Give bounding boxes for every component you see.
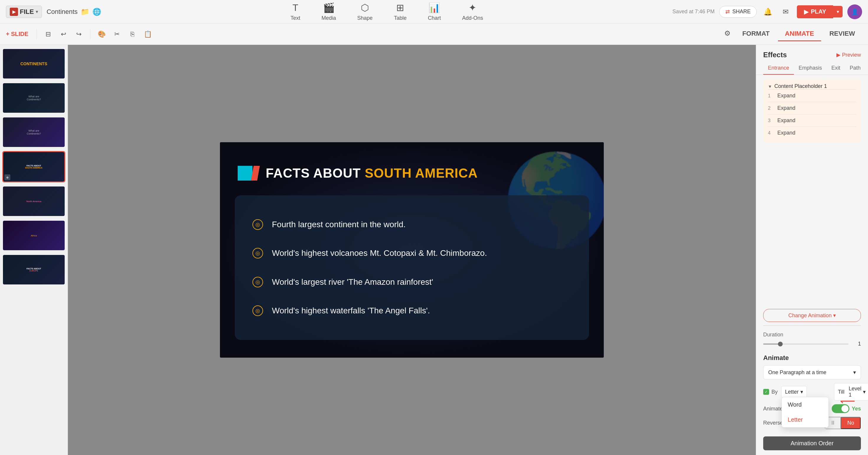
addons-tool[interactable]: ✦ Add-Ons [457, 0, 488, 24]
paste-button[interactable]: 📋 [141, 28, 154, 41]
duration-slider[interactable] [763, 344, 848, 345]
duration-section: Duration 1 [756, 328, 868, 351]
till-select-label: Level 1 [848, 386, 861, 398]
tab-entrance[interactable]: Entrance [763, 62, 794, 75]
effects-title: Effects [763, 51, 787, 59]
fact-text-3: World's largest river 'The Amazon rainfo… [272, 278, 433, 287]
content-placeholder-header[interactable]: ▼ Content Placeholder 1 [768, 83, 856, 89]
popup-item-word[interactable]: Word [782, 397, 829, 412]
fact-text-4: World's highest waterfalls 'The Angel Fa… [272, 306, 430, 316]
anim-num-4: 4 [768, 130, 774, 136]
tab-format[interactable]: FORMAT [735, 27, 776, 41]
fact-item-1: ◎ Fourth largest continent in the world. [252, 219, 571, 230]
folder-icon: 📁 [81, 8, 89, 16]
till-select[interactable]: Till Level 1 ▾ [834, 383, 868, 401]
by-select-arrow: ▾ [800, 389, 803, 395]
slide-thumb-3[interactable]: 3 What areContinents? [2, 117, 65, 148]
user-avatar[interactable]: 👤 [847, 4, 862, 19]
slide-thumb-6[interactable]: 6 Africa [2, 220, 65, 251]
anim-num-3: 3 [768, 118, 774, 123]
anim-item-4: 4 Expand [768, 127, 856, 139]
deco-blue [238, 166, 252, 181]
add-slide-button[interactable]: + SLIDE [6, 31, 28, 37]
by-selected-value: Letter [785, 389, 799, 395]
slide-preview-7: FACTS ABOUTEUROPE [3, 255, 65, 285]
slide-thumb-content-2: What areContinents? [25, 94, 42, 102]
text-icon: T [292, 2, 299, 13]
share-label: SHARE [732, 8, 750, 15]
tab-animate[interactable]: ANIMATE [778, 27, 822, 41]
text-tool[interactable]: T Text [286, 0, 305, 24]
shape-tool[interactable]: ⬡ Shape [352, 0, 377, 24]
secondary-bar: + SLIDE ⊟ ↩ ↪ 🎨 ✂ ⎘ 📋 ⚙ FORMAT ANIMATE R… [0, 24, 868, 45]
divider [763, 325, 861, 326]
tab-exit[interactable]: Exit [827, 62, 845, 75]
animate-dropdown[interactable]: One Paragraph at a time ▾ [763, 365, 861, 380]
by-label: By [771, 389, 778, 395]
logo-button[interactable]: ▶ FILE ▾ [6, 6, 42, 18]
settings-button[interactable]: ⚙ [721, 27, 734, 40]
grid-view-button[interactable]: ⊟ [42, 28, 55, 41]
slide-thumb-2[interactable]: 2 What areContinents? [2, 83, 65, 113]
messages-button[interactable]: ✉ [779, 5, 792, 18]
redo-button[interactable]: ↪ [72, 28, 85, 41]
breadcrumb-title: Continents [46, 8, 78, 15]
expand-slide-4[interactable]: ⊕ [4, 174, 10, 180]
chart-tool[interactable]: 📊 Chart [423, 0, 445, 24]
anim-item-1: 1 Expand [768, 89, 856, 102]
by-dropdown-popup[interactable]: Word Letter [781, 397, 829, 428]
title-prefix: FACTS ABOUT [266, 166, 365, 180]
duration-value: 1 [852, 341, 861, 347]
tab-emphasis[interactable]: Emphasis [794, 62, 827, 75]
table-tool[interactable]: ⊞ Table [389, 0, 411, 24]
share-button[interactable]: ⇄ SHARE [719, 6, 757, 18]
play-controls: ▶ PLAY ▾ [797, 5, 843, 18]
copy-button[interactable]: ⎘ [126, 28, 139, 41]
slide-panel: 1 CONTINENTS 2 What areContinents? 3 Wha… [0, 45, 68, 455]
media-icon: 🎬 [323, 2, 335, 13]
shape-label: Shape [357, 15, 373, 21]
popup-item-letter[interactable]: Letter [782, 412, 829, 427]
animate-section-title: Animate [763, 354, 861, 362]
file-dropdown-arrow[interactable]: ▾ [36, 9, 38, 14]
animate-section: Animate One Paragraph at a time ▾ ✓ By L… [756, 351, 868, 436]
content-placeholder-label: Content Placeholder 1 [774, 83, 827, 89]
anim-label-2: Expand [777, 105, 795, 111]
tab-path[interactable]: Path [845, 62, 865, 75]
slide-thumb-content-7: FACTS ABOUTEUROPE [25, 266, 42, 273]
undo-button[interactable]: ↩ [57, 28, 70, 41]
anim-item-2: 2 Expand [768, 102, 856, 114]
slide-preview-2: What areContinents? [3, 83, 65, 113]
by-checkbox[interactable]: ✓ [763, 389, 769, 395]
animation-order-button[interactable]: Animation Order [763, 436, 861, 450]
tab-review[interactable]: REVIEW [822, 27, 862, 41]
duration-slider-thumb [778, 342, 783, 347]
change-animation-button[interactable]: Change Animation ▾ [763, 309, 861, 322]
play-dropdown-button[interactable]: ▾ [833, 6, 843, 18]
slide-thumb-4[interactable]: 4 FACTS ABOUTSOUTH AMERICA ⊕ [2, 151, 65, 182]
fact-item-2: ◎ World's highest volcanoes Mt. Cotopaxi… [252, 248, 571, 258]
slide-thumb-7[interactable]: 7 FACTS ABOUTEUROPE [2, 254, 65, 285]
slide-thumb-1[interactable]: 1 CONTINENTS [2, 48, 65, 79]
reverse-label: Reverse [763, 420, 783, 426]
by-select[interactable]: Letter ▾ Word Letter [781, 386, 807, 398]
separator2 [90, 29, 90, 39]
preview-button[interactable]: ▶ Preview [836, 52, 861, 58]
slide-preview-4: FACTS ABOUTSOUTH AMERICA ⊕ [3, 152, 64, 182]
paint-format-button[interactable]: 🎨 [95, 28, 108, 41]
play-button[interactable]: ▶ PLAY [797, 5, 833, 18]
media-tool[interactable]: 🎬 Media [317, 0, 341, 24]
slide-thumb-content-1: CONTINENTS [19, 60, 49, 67]
animate-option-label: One Paragraph at a time [768, 369, 826, 376]
duration-slider-row: 1 [763, 341, 861, 347]
reverse-no-button[interactable]: No [841, 417, 861, 429]
fact-text-1: Fourth largest continent in the world. [272, 220, 406, 229]
cut-button[interactable]: ✂ [111, 28, 123, 41]
top-bar: ▶ FILE ▾ Continents 📁 🌐 T Text 🎬 Media ⬡… [0, 0, 868, 24]
play-label: PLAY [811, 8, 826, 15]
notifications-button[interactable]: 🔔 [762, 5, 774, 18]
slide-thumb-5[interactable]: 5 North America [2, 186, 65, 217]
slide-canvas[interactable]: 🌎 FACTS ABOUT SOUTH AMERICA 1 2 3 [220, 142, 604, 358]
slide-thumb-content-6: Africa [30, 233, 38, 238]
canvas-area: 🌎 FACTS ABOUT SOUTH AMERICA 1 2 3 [68, 45, 756, 455]
